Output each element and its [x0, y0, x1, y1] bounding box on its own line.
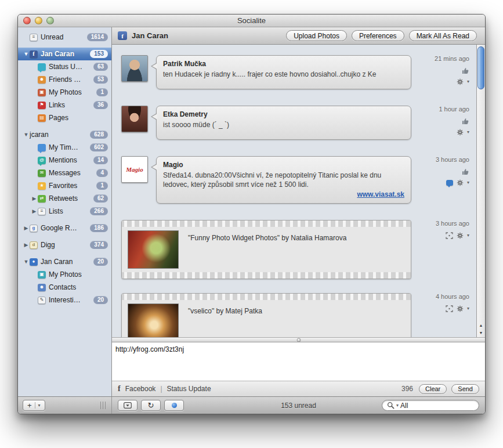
compose-toolbar: f Facebook | Status Update 396 Clear Sen…	[112, 381, 485, 396]
unread-count-badge: 1	[96, 182, 108, 190]
close-button[interactable]	[23, 17, 31, 24]
sidebar-item-label: Interesti…	[49, 296, 91, 304]
unread-count-badge: 53	[93, 75, 108, 84]
sidebar-item-contacts[interactable]: ☻ Contacts	[18, 281, 111, 294]
sidebar-item-mentions[interactable]: @ Mentions 14	[18, 154, 111, 167]
sidebar-item-digg[interactable]: ▶ d Digg 374	[18, 239, 111, 251]
actions-gear-icon[interactable]	[457, 179, 464, 186]
scrollbar-thumb[interactable]	[477, 46, 484, 89]
pane-splitter[interactable]	[112, 337, 485, 342]
disclosure-open-icon[interactable]: ▼	[23, 52, 30, 57]
disclosure-closed-icon[interactable]: ▶	[31, 196, 38, 201]
dropdown-arrow-icon: ▾	[467, 306, 469, 311]
disclosure-closed-icon[interactable]: ▶	[23, 226, 30, 231]
unread-count-badge: 628	[90, 131, 108, 139]
sidebar-item-lists[interactable]: ▶ ≡ Lists 266	[18, 205, 111, 218]
sidebar-item-label: Messages	[49, 169, 94, 177]
sidebar-item-google-reader[interactable]: ▶ g Google R… 186	[18, 222, 111, 234]
sidebar-item-facebook-account[interactable]: ▼ f Jan Caran 153	[18, 48, 111, 60]
sidebar-item-retweets[interactable]: ▶ ⇄ Retweets 62	[18, 192, 111, 205]
author-name: Magio	[163, 161, 404, 169]
refresh-button[interactable]: ↻	[141, 400, 161, 411]
actions-gear-icon[interactable]	[457, 232, 464, 239]
sidebar-item-friends[interactable]: ☻ Friends … 53	[18, 73, 111, 86]
photo-thumbnail[interactable]	[128, 304, 179, 337]
search-field[interactable]: ▾ All	[382, 400, 479, 411]
feed-item-status[interactable]: Magio Magio Středa14. dubna20:00Všichni …	[121, 156, 472, 204]
unread-list-icon: ≡	[30, 34, 38, 41]
disclosure-open-icon[interactable]: ▼	[23, 132, 30, 138]
sidebar-item-my-photos[interactable]: ▣ My Photos 1	[18, 86, 111, 99]
feed-item-status[interactable]: Patrik Mučka ten Hudacek je riadny k....…	[121, 55, 472, 89]
like-icon[interactable]	[462, 67, 469, 74]
actions-gear-icon[interactable]	[457, 129, 464, 136]
add-account-button[interactable]: + ▾	[23, 400, 45, 411]
google-reader-icon: g	[30, 225, 38, 232]
send-button[interactable]: Send	[451, 384, 479, 394]
live-stream-button[interactable]	[164, 400, 184, 411]
unread-count-badge: 602	[90, 143, 108, 151]
scrollbar[interactable]: ▲ ▼	[476, 45, 485, 337]
char-count: 396	[401, 385, 413, 393]
status-bubble: Etka Demetry ist soooo müde (´ _ `)	[156, 106, 411, 140]
search-icon	[387, 402, 395, 409]
timestamp: 4 hours ago	[436, 293, 469, 300]
post-type-label[interactable]: Status Update	[167, 385, 211, 393]
timeline-icon	[38, 144, 46, 151]
mark-all-read-button[interactable]: Mark All As Read	[409, 30, 477, 41]
pane-resize-handle[interactable]	[100, 402, 107, 409]
zoom-button[interactable]	[46, 17, 54, 24]
clear-button[interactable]: Clear	[419, 384, 447, 394]
sidebar-item-links[interactable]: ⚑ Links 36	[18, 99, 111, 111]
actions-gear-icon[interactable]	[457, 305, 464, 312]
sidebar-item-photo-account[interactable]: ▼ ● Jan Caran 20	[18, 255, 111, 268]
service-label[interactable]: Facebook	[125, 385, 156, 393]
sidebar-item-pages[interactable]: ▤ Pages	[18, 111, 111, 124]
sidebar-item-messages[interactable]: ✉ Messages 4	[18, 167, 111, 179]
sidebar-item-interesting[interactable]: ✎ Interesti… 20	[18, 294, 111, 306]
view-photo-icon[interactable]	[446, 232, 453, 239]
compose-input[interactable]: http://yfrog.com/3zt3nj	[114, 344, 483, 379]
comments-icon[interactable]	[446, 180, 453, 186]
actions-gear-icon[interactable]	[457, 78, 464, 85]
like-icon[interactable]	[462, 168, 469, 175]
feed-item-photo[interactable]: "vselico" by Matej Patka 4 hours ago ▾	[121, 293, 472, 337]
sidebar-item-label: Unread	[41, 33, 85, 41]
feed-item-photo[interactable]: "Funny Photo Widget Photos" by Natalia H…	[121, 220, 472, 279]
sidebar-item-favorites[interactable]: ★ Favorites 1	[18, 179, 111, 192]
view-photo-icon[interactable]	[446, 305, 453, 312]
scroll-up-arrow[interactable]: ▲	[479, 323, 483, 327]
sidebar-item-my-photos-2[interactable]: ▣ My Photos	[18, 268, 111, 281]
disclosure-closed-icon[interactable]: ▶	[23, 243, 30, 248]
status-link[interactable]: www.viasat.sk	[163, 190, 404, 198]
toggle-compose-button[interactable]	[118, 400, 137, 411]
unread-count-badge: 62	[93, 194, 108, 203]
window-titlebar[interactable]: Socialite	[18, 15, 485, 27]
sidebar-item-unread[interactable]: ≡ Unread 1614	[18, 31, 111, 44]
sidebar-item-twitter-account[interactable]: ▼ jcaran 628	[18, 128, 111, 141]
like-icon[interactable]	[462, 118, 469, 125]
photo-filmstrip[interactable]: "Funny Photo Widget Photos" by Natalia H…	[121, 220, 411, 279]
upload-photos-button[interactable]: Upload Photos	[286, 30, 347, 41]
window-controls	[23, 17, 54, 24]
minimize-button[interactable]	[35, 17, 42, 24]
dropdown-arrow-icon: ▾	[467, 80, 469, 84]
disclosure-open-icon[interactable]: ▼	[23, 259, 30, 265]
feed-item-status[interactable]: Etka Demetry ist soooo müde (´ _ `) 1 ho…	[121, 106, 472, 140]
sidebar-item-my-timeline[interactable]: My Tim… 602	[18, 141, 111, 154]
avatar	[121, 55, 148, 82]
facebook-icon: f	[118, 384, 121, 393]
search-scope-dropdown-icon[interactable]: ▾	[396, 403, 399, 408]
preferences-button[interactable]: Preferences	[352, 30, 404, 41]
disclosure-closed-icon[interactable]: ▶	[31, 209, 38, 214]
sidebar-item-label: My Tim…	[49, 143, 88, 151]
unread-count-badge: 1	[96, 88, 108, 96]
contacts-icon: ☻	[38, 284, 46, 291]
sidebar-item-status-updates[interactable]: Status U… 63	[18, 60, 111, 73]
sidebar-item-label: Lists	[49, 207, 88, 215]
scroll-down-arrow[interactable]: ▼	[479, 331, 483, 335]
photo-filmstrip[interactable]: "vselico" by Matej Patka	[121, 293, 411, 337]
dropdown-arrow-icon: ▾	[467, 180, 469, 185]
timestamp: 21 mins ago	[435, 55, 469, 62]
photo-thumbnail[interactable]	[128, 230, 179, 269]
